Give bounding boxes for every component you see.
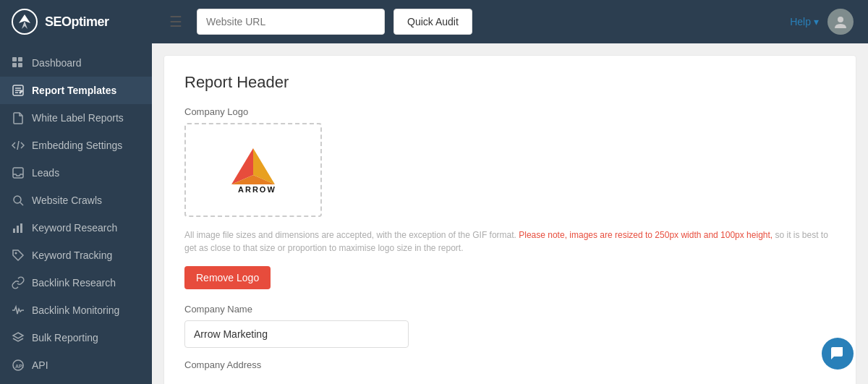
topbar: SEOptimer ☰ Quick Audit Help ▾ bbox=[0, 0, 868, 43]
arrow-logo-svg: ARROW marketing bbox=[221, 145, 286, 195]
search-icon bbox=[12, 194, 25, 207]
svg-line-10 bbox=[17, 141, 19, 150]
layers-icon bbox=[12, 331, 25, 344]
sidebar-item-label: Keyword Research bbox=[32, 222, 117, 234]
svg-point-17 bbox=[15, 252, 17, 255]
seoptimer-logo-icon bbox=[12, 9, 38, 35]
company-name-input[interactable] bbox=[184, 320, 409, 348]
edit-icon bbox=[12, 84, 25, 97]
sidebar-item-backlink-monitoring[interactable]: Backlink Monitoring bbox=[0, 296, 152, 324]
help-button[interactable]: Help ▾ bbox=[790, 16, 819, 27]
sidebar-item-label: Leads bbox=[32, 167, 59, 179]
tag-icon bbox=[12, 249, 25, 262]
sidebar-item-label: Dashboard bbox=[32, 57, 82, 69]
sidebar-item-label: White Label Reports bbox=[32, 112, 124, 124]
bar-chart-icon bbox=[12, 221, 25, 234]
embed-icon bbox=[12, 139, 25, 152]
sidebar-item-keyword-tracking[interactable]: Keyword Tracking bbox=[0, 242, 152, 269]
svg-rect-5 bbox=[18, 63, 22, 67]
grid-icon bbox=[12, 56, 25, 69]
sidebar-item-dashboard[interactable]: Dashboard bbox=[0, 49, 152, 77]
chat-icon bbox=[830, 346, 846, 362]
sidebar-item-api[interactable]: API API bbox=[0, 351, 152, 379]
info-text: All image file sizes and dimensions are … bbox=[184, 229, 835, 255]
quick-audit-button[interactable]: Quick Audit bbox=[393, 9, 472, 35]
sidebar-item-keyword-research[interactable]: Keyword Research bbox=[0, 214, 152, 242]
sidebar-item-label: Bulk Reporting bbox=[32, 332, 98, 344]
logo-area: SEOptimer bbox=[0, 9, 152, 35]
main-content: Report Header Company Logo ARROW marketi… bbox=[152, 43, 868, 384]
content-card: Report Header Company Logo ARROW marketi… bbox=[163, 55, 856, 384]
sidebar-item-backlink-research[interactable]: Backlink Research bbox=[0, 269, 152, 296]
svg-rect-3 bbox=[18, 57, 22, 61]
topbar-right: Help ▾ bbox=[790, 9, 854, 35]
user-avatar[interactable] bbox=[827, 9, 854, 35]
sidebar-item-label: Keyword Tracking bbox=[32, 249, 112, 261]
help-label: Help bbox=[790, 16, 811, 27]
file-icon bbox=[12, 111, 25, 124]
company-logo-label: Company Logo bbox=[184, 106, 835, 117]
info-text-highlight: Please note, images are resized to 250px… bbox=[519, 230, 773, 240]
svg-rect-2 bbox=[12, 57, 17, 61]
svg-point-1 bbox=[838, 17, 843, 22]
svg-rect-16 bbox=[20, 223, 22, 233]
layout: Dashboard Report Templates White Label R… bbox=[0, 43, 868, 384]
svg-rect-14 bbox=[13, 229, 15, 233]
user-icon bbox=[833, 14, 848, 30]
logo-upload-box[interactable]: ARROW marketing bbox=[184, 123, 322, 217]
url-input[interactable] bbox=[197, 9, 385, 35]
sidebar-item-bulk-reporting[interactable]: Bulk Reporting bbox=[0, 324, 152, 351]
logo-text: SEOptimer bbox=[45, 14, 109, 30]
arrow-marketing-logo: ARROW marketing bbox=[221, 145, 286, 195]
remove-logo-button[interactable]: Remove Logo bbox=[184, 266, 271, 289]
chat-bubble[interactable] bbox=[822, 338, 854, 370]
svg-point-12 bbox=[14, 196, 21, 203]
activity-icon bbox=[12, 304, 25, 317]
sidebar-item-white-label-reports[interactable]: White Label Reports bbox=[0, 104, 152, 132]
hamburger-button[interactable]: ☰ bbox=[163, 10, 188, 33]
sidebar-item-label: Website Crawls bbox=[32, 195, 102, 206]
page-title: Report Header bbox=[184, 73, 835, 92]
svg-rect-15 bbox=[17, 226, 19, 233]
svg-text:marketing: marketing bbox=[242, 195, 271, 195]
svg-rect-11 bbox=[13, 168, 23, 178]
sidebar-item-embedding-settings[interactable]: Embedding Settings bbox=[0, 132, 152, 159]
svg-line-13 bbox=[20, 202, 23, 205]
sidebar-item-website-crawls[interactable]: Website Crawls bbox=[0, 187, 152, 214]
topbar-main: ☰ Quick Audit bbox=[152, 9, 790, 35]
sidebar-item-report-templates[interactable]: Report Templates bbox=[0, 77, 152, 104]
company-address-label: Company Address bbox=[184, 359, 835, 370]
svg-text:ARROW: ARROW bbox=[238, 185, 276, 194]
inbox-icon bbox=[12, 166, 25, 179]
api-icon: API bbox=[12, 359, 25, 372]
svg-rect-4 bbox=[12, 63, 17, 67]
sidebar-item-label: Embedding Settings bbox=[32, 140, 122, 151]
sidebar-item-label: Backlink Monitoring bbox=[32, 304, 119, 316]
sidebar: Dashboard Report Templates White Label R… bbox=[0, 43, 152, 384]
company-name-label: Company Name bbox=[184, 304, 835, 315]
help-chevron-icon: ▾ bbox=[814, 16, 819, 27]
sidebar-item-label: Report Templates bbox=[32, 85, 116, 96]
sidebar-item-label: Backlink Research bbox=[32, 277, 116, 289]
link-icon bbox=[12, 276, 25, 289]
svg-text:API: API bbox=[15, 364, 24, 369]
info-text-normal: All image file sizes and dimensions are … bbox=[184, 230, 516, 240]
sidebar-item-leads[interactable]: Leads bbox=[0, 159, 152, 187]
svg-marker-18 bbox=[13, 333, 23, 338]
sidebar-item-label: API bbox=[32, 359, 48, 371]
